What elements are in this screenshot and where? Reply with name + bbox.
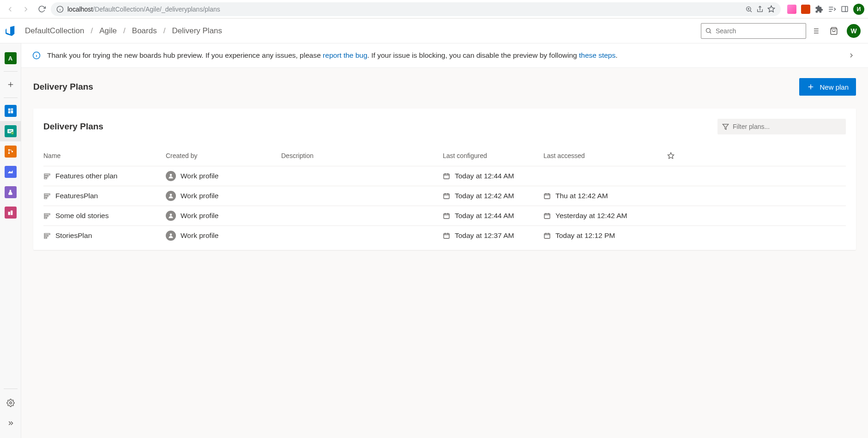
- rail-new[interactable]: [0, 74, 21, 95]
- user-avatar-icon: [166, 191, 176, 201]
- banner-text: Thank you for trying the new boards hub …: [47, 51, 618, 60]
- reading-list-icon[interactable]: [828, 5, 836, 13]
- repos-icon: [5, 146, 17, 158]
- col-name[interactable]: Name: [43, 152, 166, 159]
- plans-card: Delivery Plans Name Created by Descripti…: [33, 109, 856, 250]
- info-banner: Thank you for trying the new boards hub …: [21, 43, 868, 68]
- svg-rect-51: [44, 194, 50, 195]
- filter-box[interactable]: [717, 119, 846, 134]
- rail-expand[interactable]: [0, 413, 21, 433]
- extension-icon-1[interactable]: [787, 5, 796, 14]
- rail-settings[interactable]: [0, 393, 21, 413]
- extension-icon-2[interactable]: [801, 5, 810, 14]
- reload-button[interactable]: [35, 3, 48, 16]
- plan-icon: [43, 212, 51, 219]
- star-icon: [667, 152, 675, 159]
- breadcrumb-item-boards[interactable]: Boards: [132, 26, 157, 36]
- main-content: Thank you for trying the new boards hub …: [21, 43, 868, 438]
- col-favorite[interactable]: [657, 152, 685, 159]
- last-accessed-text: Thu at 12:42 AM: [555, 192, 608, 200]
- table-row[interactable]: Features other planWork profileToday at …: [43, 166, 846, 186]
- testplans-icon: [5, 186, 17, 198]
- cell-created-by: Work profile: [166, 191, 281, 201]
- project-icon: A: [5, 52, 17, 64]
- svg-point-54: [170, 194, 172, 196]
- col-description[interactable]: Description: [281, 152, 443, 159]
- extensions-puzzle-icon[interactable]: [815, 5, 823, 13]
- svg-rect-79: [444, 233, 449, 238]
- svg-rect-43: [44, 174, 50, 175]
- back-button[interactable]: [4, 3, 17, 16]
- address-bar[interactable]: localhost/DefaultCollection/Agile/_deliv…: [51, 2, 781, 16]
- breadcrumb-sep: /: [163, 26, 166, 36]
- share-icon[interactable]: [756, 6, 764, 13]
- calendar-icon: [443, 232, 450, 239]
- plan-icon: [43, 172, 51, 180]
- breadcrumb-sep: /: [91, 26, 93, 36]
- left-rail: A: [0, 43, 21, 438]
- svg-rect-83: [544, 233, 550, 238]
- zoom-icon[interactable]: [745, 6, 753, 13]
- shopping-bag-icon[interactable]: [825, 27, 843, 35]
- table-row[interactable]: StoriesPlanWork profileToday at 12:37 AM…: [43, 226, 846, 245]
- svg-rect-55: [444, 194, 449, 199]
- calendar-icon: [443, 172, 450, 180]
- calendar-icon: [543, 192, 551, 200]
- rail-boards[interactable]: [0, 121, 21, 141]
- cell-last-configured: Today at 12:42 AM: [443, 192, 543, 200]
- filter-input[interactable]: [733, 123, 841, 130]
- banner-link-report-bug[interactable]: report the bug: [323, 51, 368, 59]
- plan-name: FeaturesPlan: [55, 192, 98, 200]
- table-header: Name Created by Description Last configu…: [43, 147, 846, 166]
- rail-project[interactable]: A: [0, 48, 21, 68]
- browser-profile-avatar[interactable]: И: [853, 4, 864, 15]
- rail-testplans[interactable]: [0, 182, 21, 202]
- bookmark-star-icon[interactable]: [767, 5, 775, 13]
- svg-rect-26: [11, 110, 13, 113]
- forward-button[interactable]: [19, 3, 32, 16]
- banner-next-button[interactable]: [846, 50, 857, 61]
- search-input[interactable]: [716, 27, 802, 35]
- cell-name: Features other plan: [43, 172, 166, 180]
- col-last-configured[interactable]: Last configured: [443, 152, 543, 159]
- cell-last-accessed: Yesterday at 12:42 AM: [543, 212, 657, 220]
- breadcrumb-item-delivery-plans[interactable]: Delivery Plans: [172, 26, 222, 36]
- table-row[interactable]: Some old storiesWork profileToday at 12:…: [43, 206, 846, 226]
- cell-last-accessed: Today at 12:12 PM: [543, 231, 657, 240]
- col-created-by[interactable]: Created by: [166, 152, 281, 159]
- svg-rect-27: [8, 111, 10, 114]
- plan-name: StoriesPlan: [55, 231, 92, 240]
- svg-rect-64: [44, 215, 48, 217]
- list-icon[interactable]: [806, 27, 825, 35]
- plans-table: Name Created by Description Last configu…: [43, 147, 846, 245]
- new-plan-button[interactable]: New plan: [799, 78, 856, 96]
- azure-devops-logo[interactable]: [0, 26, 21, 36]
- rail-artifacts[interactable]: [0, 202, 21, 223]
- col-last-accessed[interactable]: Last accessed: [543, 152, 657, 159]
- search-box[interactable]: [701, 23, 806, 39]
- svg-rect-24: [8, 109, 10, 111]
- card-title: Delivery Plans: [43, 122, 103, 132]
- last-accessed-text: Today at 12:12 PM: [555, 231, 615, 240]
- svg-rect-63: [44, 213, 50, 215]
- boards-icon: [5, 125, 17, 137]
- svg-marker-42: [668, 152, 674, 158]
- rail-pipelines[interactable]: [0, 162, 21, 182]
- svg-rect-45: [44, 177, 47, 179]
- url-text: localhost/DefaultCollection/Agile/_deliv…: [67, 6, 220, 13]
- rail-repos[interactable]: [0, 141, 21, 162]
- plan-name: Features other plan: [55, 172, 117, 180]
- page-title: Delivery Plans: [33, 82, 93, 92]
- breadcrumb-item-collection[interactable]: DefaultCollection: [25, 26, 84, 36]
- table-row[interactable]: FeaturesPlanWork profileToday at 12:42 A…: [43, 186, 846, 206]
- side-panel-icon[interactable]: [841, 5, 849, 13]
- banner-link-these-steps[interactable]: these steps: [579, 51, 615, 59]
- svg-rect-59: [544, 194, 550, 199]
- pipelines-icon: [5, 166, 17, 178]
- svg-rect-67: [444, 213, 449, 219]
- cell-name: FeaturesPlan: [43, 192, 166, 200]
- breadcrumb-item-project[interactable]: Agile: [99, 26, 117, 36]
- rail-overview[interactable]: [0, 101, 21, 121]
- svg-rect-52: [44, 195, 48, 197]
- user-avatar[interactable]: W: [847, 24, 861, 38]
